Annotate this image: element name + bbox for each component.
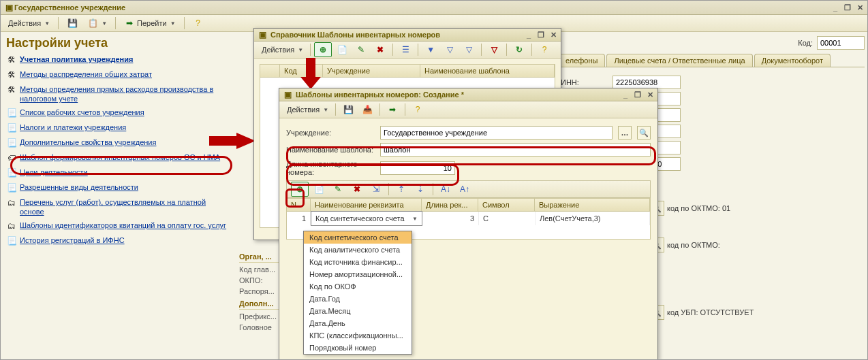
row-sortdesc[interactable]: A↑ (456, 182, 474, 197)
nav-taxes[interactable]: Налоги и платежи учреждения (20, 122, 126, 132)
row-down[interactable]: ⇣ (412, 182, 429, 197)
nav-tax-methods[interactable]: Методы определения прямых расходов произ… (20, 84, 231, 103)
dir-help[interactable]: ? (536, 42, 553, 57)
templates-icon: 🗂 (6, 220, 17, 231)
col-expr[interactable]: Выражение (535, 199, 650, 211)
nav-history[interactable]: История регистраций в ИФНС (20, 235, 125, 245)
cell-n: 1 (287, 212, 311, 225)
row-edit[interactable]: ✎ (329, 182, 347, 197)
dd-item-0[interactable]: Код синтетического счета (304, 231, 412, 244)
row-sortasc[interactable]: A↓ (437, 182, 454, 197)
nav-inv-template[interactable]: Шаблон формирования инвентарных номеров … (20, 152, 220, 162)
rowadd-icon: ⊕ (294, 184, 305, 195)
dd-item-9[interactable]: Порядковый номер (304, 342, 412, 354)
dir-refresh[interactable]: ↻ (510, 42, 528, 57)
dir-filter3[interactable]: ▽ (460, 42, 478, 57)
inn-label: ИНН: (561, 78, 608, 86)
dd-item-5[interactable]: Дата.Год (304, 293, 412, 305)
code-input[interactable] (817, 36, 865, 50)
dd-item-8[interactable]: КПС (классификационны... (304, 329, 412, 342)
dir-actions[interactable]: Действия▼ (258, 42, 307, 57)
col-inst[interactable]: Учреждение (323, 65, 420, 77)
dd-item-1[interactable]: Код аналитического счета (304, 244, 412, 256)
inn-input[interactable] (613, 76, 681, 89)
actions-menu[interactable]: Действия▼ (5, 16, 53, 31)
dir-delmark[interactable]: ✖ (371, 42, 389, 57)
nav-policy[interactable]: Учетная политика учреждения (20, 54, 133, 64)
row-add[interactable]: ⊕ (291, 182, 309, 197)
tplname-input[interactable] (380, 143, 651, 157)
create-close[interactable]: ✕ (645, 90, 655, 99)
dir-close[interactable]: ✕ (548, 30, 558, 39)
inst-open[interactable]: 🔍 (637, 126, 651, 140)
inst-input[interactable] (380, 126, 613, 140)
dir-add[interactable]: ⊕ (314, 42, 332, 57)
create-maximize[interactable]: ❐ (633, 90, 642, 99)
dd-item-4[interactable]: Код по ОКОФ (304, 280, 412, 293)
dd-item-6[interactable]: Дата.Месяц (304, 305, 412, 317)
inst-pick[interactable]: … (618, 126, 632, 140)
create-help[interactable]: ? (409, 102, 427, 117)
nav-methods[interactable]: Методы распределения общих затрат (20, 69, 152, 79)
save-button[interactable]: 💾 (63, 16, 81, 31)
nav-extra-props[interactable]: Дополнительные свойства учреждения (20, 137, 156, 147)
dir-copy[interactable]: 📄 (333, 42, 351, 57)
nav-templates[interactable]: Шаблоны идентификаторов квитанций на опл… (20, 220, 226, 230)
search2-label: код по ОКТМО: (667, 241, 720, 249)
edit-icon: ✎ (356, 44, 367, 55)
nav-allowed[interactable]: Разрешенные виды деятельности (20, 182, 138, 192)
create-actions[interactable]: Действия▼ (283, 102, 332, 117)
nav-accounts[interactable]: Список рабочих счетов учреждения (20, 108, 144, 117)
dd-item-7[interactable]: Дата.День (304, 317, 412, 329)
tab-accounts[interactable]: Лицевые счета / Ответственные лица (606, 54, 752, 67)
nav-goals[interactable]: Цели деятельности (20, 167, 88, 177)
help-button[interactable]: ? (189, 16, 207, 31)
cell-req[interactable]: Код синтетического счета ▼ (311, 211, 422, 226)
col-n[interactable]: N (287, 199, 311, 211)
tab-docflow[interactable]: Документооборот (754, 54, 831, 67)
close-button[interactable]: ✕ (855, 3, 865, 12)
dropdown-icon[interactable]: ▼ (412, 216, 418, 222)
table-row[interactable]: 1 Код синтетического счета ▼ 3 С Лев(Сче… (287, 212, 650, 225)
row-del[interactable]: ✖ (348, 182, 366, 197)
dir-filter1[interactable]: ▼ (422, 42, 439, 57)
maximize-button[interactable]: ❐ (843, 3, 852, 12)
col-len[interactable]: Длина рек... (422, 199, 478, 211)
filterclear-icon: ▽ (489, 44, 499, 55)
col-name[interactable]: Наименование шаблона (420, 65, 555, 77)
requisite-dropdown[interactable]: Код синтетического счета Код аналитическ… (303, 231, 412, 355)
dir-filter2[interactable]: ▽ (441, 42, 459, 57)
dir-filterclear[interactable]: ▽ (485, 42, 503, 57)
inst-label: Учреждение: (286, 129, 375, 137)
dir-hier[interactable]: ☰ (397, 42, 414, 57)
col-sym[interactable]: Символ (478, 199, 535, 211)
filter1-icon: ▼ (425, 44, 436, 55)
row-end[interactable]: ⇲ (367, 182, 385, 197)
col-req[interactable]: Наименование реквизита (311, 199, 422, 211)
dir-maximize[interactable]: ❐ (536, 30, 546, 39)
goto-menu[interactable]: ➡Перейти▼ (121, 16, 179, 31)
tab-phones[interactable]: елефоны (558, 54, 605, 67)
save2-icon: 💾 (343, 104, 354, 115)
create-save[interactable]: 💾 (339, 102, 357, 117)
props-button[interactable]: 📋▼ (84, 16, 110, 31)
dir-edit[interactable]: ✎ (352, 42, 370, 57)
filter2-icon: ▽ (444, 44, 455, 55)
minimize-button[interactable]: _ (831, 3, 840, 12)
magnify-icon: 🔍 (639, 129, 649, 137)
len-input[interactable] (380, 161, 455, 175)
row-up[interactable]: ⇡ (392, 182, 410, 197)
dir-minimize[interactable]: _ (524, 30, 533, 39)
sortdesc-icon: A↑ (459, 184, 470, 195)
dd-item-3[interactable]: Номер амортизационной... (304, 268, 412, 280)
policy-icon: 🛠 (6, 54, 17, 65)
create-title: Шаблоны инвентарных номеров: Создание * (296, 91, 464, 99)
add-icon: ⊕ (317, 44, 328, 55)
create-goto[interactable]: ➡ (384, 102, 401, 117)
create-saveclose[interactable]: 📥 (358, 102, 376, 117)
row-copy[interactable]: 📄 (310, 182, 328, 197)
rowdel-icon: ✖ (352, 184, 362, 195)
create-minimize[interactable]: _ (621, 90, 630, 99)
nav-services[interactable]: Перечень услуг (работ), осуществляемых н… (20, 197, 231, 216)
dd-item-2[interactable]: Код источника финансир... (304, 256, 412, 268)
